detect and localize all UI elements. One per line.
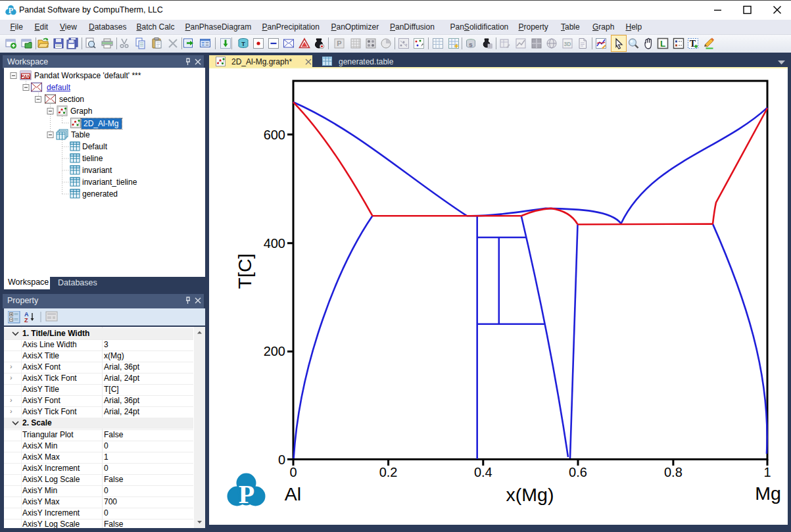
svg-text:3D: 3D (563, 41, 571, 47)
svg-text:600: 600 (264, 128, 285, 142)
svg-text:T[C]: T[C] (234, 254, 255, 289)
svg-text:T: T (690, 39, 696, 49)
svg-text:0.2: 0.2 (379, 465, 398, 479)
svg-text:0.4: 0.4 (474, 465, 492, 479)
svg-text:T: T (241, 41, 245, 47)
svg-text:x(Mg): x(Mg) (506, 484, 554, 505)
svg-text:L: L (660, 39, 665, 49)
svg-text:P: P (239, 479, 254, 509)
svg-text:P: P (337, 39, 341, 47)
svg-text:1: 1 (763, 465, 771, 479)
svg-text:S: S (469, 42, 473, 48)
svg-text:0: 0 (278, 452, 285, 467)
svg-text:Al: Al (285, 483, 301, 504)
svg-text:0.8: 0.8 (664, 465, 683, 479)
svg-text:200: 200 (264, 344, 285, 358)
svg-text:Mg: Mg (755, 483, 781, 504)
svg-text:400: 400 (264, 236, 285, 251)
svg-text:P: P (9, 6, 13, 15)
svg-text:0.6: 0.6 (569, 465, 587, 479)
svg-text:0: 0 (289, 465, 297, 479)
svg-text:Z: Z (24, 317, 28, 324)
svg-text:PAN: PAN (21, 74, 31, 79)
